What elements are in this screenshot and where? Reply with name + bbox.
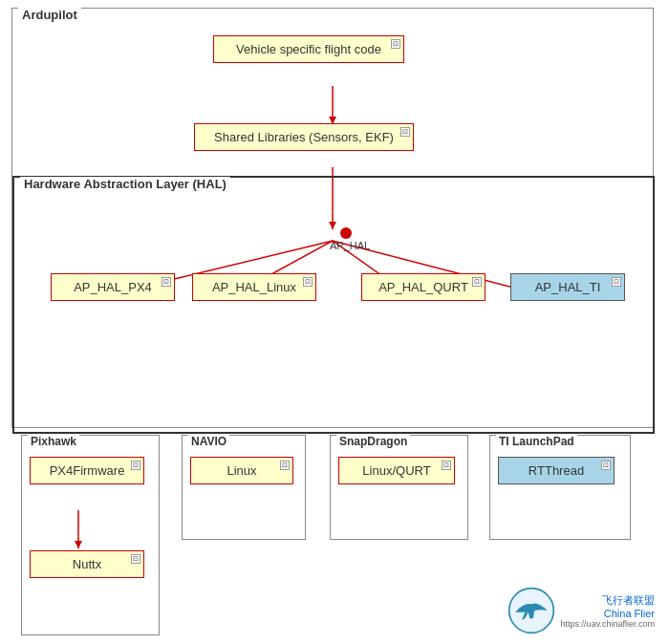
watermark-org: 飞行者联盟 xyxy=(561,593,655,608)
ap-hal-qurt-node: ⊡ AP_HAL_QURT xyxy=(361,273,486,301)
shared-libraries-node: ⊡ Shared Libraries (Sensors, EKF) xyxy=(194,123,414,151)
watermark-brand: China Flier xyxy=(561,608,655,619)
linux-qurt-label: Linux/QURT xyxy=(362,463,430,478)
node-icon-rtthread: ⊡ xyxy=(601,461,611,470)
navio-label: NAVIO xyxy=(188,435,229,448)
ap-hal-linux-node: ⊡ AP_HAL_Linux xyxy=(192,273,316,301)
node-icon-linux-qurt: ⊡ xyxy=(442,461,451,470)
navio-group: NAVIO ⊡ Linux xyxy=(182,435,306,540)
ti-launchpad-label: TI LaunchPad xyxy=(496,435,577,448)
ap-hal-dot xyxy=(340,227,352,239)
watermark-logo-icon xyxy=(507,587,555,634)
node-icon-shared: ⊡ xyxy=(400,127,410,137)
node-icon-qurt: ⊡ xyxy=(472,277,482,287)
linux-label: Linux xyxy=(227,463,256,478)
pixhawk-label: Pixhawk xyxy=(28,435,79,448)
watermark: 飞行者联盟 China Flier https://uav.chinaflier… xyxy=(507,587,655,634)
px4firmware-node: ⊡ PX4Firmware xyxy=(30,457,144,484)
node-icon-px4fw: ⊡ xyxy=(131,461,140,470)
ardupilot-boundary: Ardupilot ⊡ Vehicle specific flight code… xyxy=(11,8,654,428)
snapdragon-label: SnapDragon xyxy=(336,435,410,448)
ap-hal-px4-node: ⊡ AP_HAL_PX4 xyxy=(51,273,175,301)
nuttx-label: Nuttx xyxy=(73,557,101,571)
vehicle-flight-code-node: ⊡ Vehicle specific flight code xyxy=(213,35,404,63)
node-icon-nuttx: ⊡ xyxy=(131,554,140,564)
linux-node: ⊡ Linux xyxy=(190,457,293,484)
ap-hal-ti-label: AP_HAL_TI xyxy=(535,280,601,294)
ti-launchpad-group: TI LaunchPad ⊡ RTThread xyxy=(489,435,631,540)
vehicle-flight-code-label: Vehicle specific flight code xyxy=(236,42,381,56)
watermark-url: https://uav.chinaflier.com xyxy=(561,619,655,629)
px4firmware-label: PX4Firmware xyxy=(50,463,125,478)
rtthread-node: ⊡ RTThread xyxy=(498,457,615,484)
node-icon-navio-linux: ⊡ xyxy=(280,461,290,470)
node-icon-px4: ⊡ xyxy=(162,277,171,287)
rtthread-label: RTThread xyxy=(529,463,584,478)
node-icon-vehicle: ⊡ xyxy=(391,39,400,49)
ardupilot-label: Ardupilot xyxy=(18,8,81,22)
node-icon-ti: ⊡ xyxy=(612,277,621,287)
ap-hal-linux-label: AP_HAL_Linux xyxy=(212,280,296,294)
diagram-container: Ardupilot ⊡ Vehicle specific flight code… xyxy=(0,0,669,644)
snapdragon-group: SnapDragon ⊡ Linux/QURT xyxy=(330,435,468,540)
ap-hal-px4-label: AP_HAL_PX4 xyxy=(74,280,152,294)
linux-qurt-node: ⊡ Linux/QURT xyxy=(338,457,455,484)
ap-hal-label: AP_HAL xyxy=(330,240,370,251)
ap-hal-qurt-label: AP_HAL_QURT xyxy=(378,280,468,294)
shared-libraries-label: Shared Libraries (Sensors, EKF) xyxy=(214,130,394,144)
hal-label: Hardware Abstraction Layer (HAL) xyxy=(20,177,230,191)
node-icon-linux: ⊡ xyxy=(303,277,313,287)
ap-hal-ti-node: ⊡ AP_HAL_TI xyxy=(510,273,625,301)
pixhawk-group: Pixhawk ⊡ PX4Firmware ⊡ Nuttx xyxy=(21,435,160,635)
nuttx-node: ⊡ Nuttx xyxy=(30,550,144,578)
hal-boundary: Hardware Abstraction Layer (HAL) AP_HAL … xyxy=(12,176,655,434)
